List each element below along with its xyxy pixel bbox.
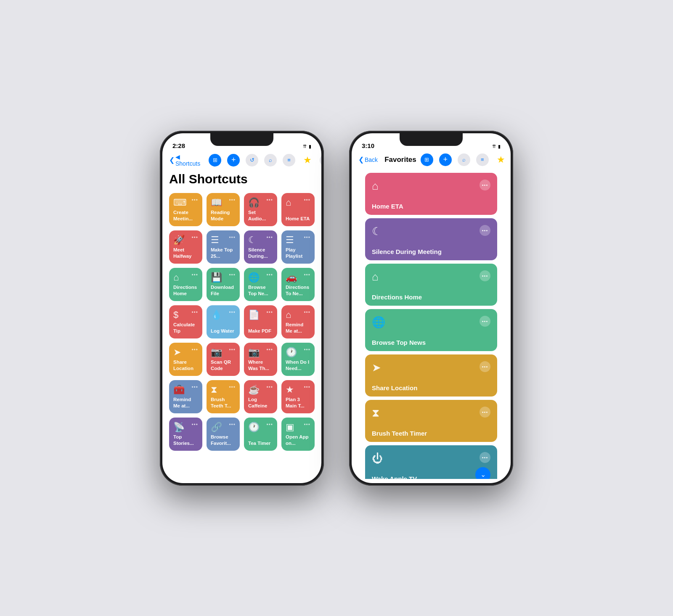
tile-label-6: Silence During... [248, 247, 273, 259]
tile-dots-24[interactable]: ••• [191, 422, 198, 428]
fav-icon-5: ⧗ [372, 407, 379, 420]
layers-icon-right[interactable]: ⊞ [421, 153, 433, 166]
shortcut-tile-1[interactable]: 📖 ••• Reading Mode [207, 193, 240, 226]
shortcut-tile-4[interactable]: 🚀 ••• Meet Halfway [169, 230, 202, 264]
tile-icon-23: ★ [286, 384, 294, 395]
tile-dots-6[interactable]: ••• [266, 235, 273, 241]
tile-dots-4[interactable]: ••• [191, 235, 198, 241]
fav-item-0[interactable]: ⌂ ••• Home ETA [365, 173, 497, 215]
filter-icon-right[interactable]: ≡ [476, 153, 489, 166]
tile-dots-3[interactable]: ••• [304, 197, 310, 203]
tile-dots-23[interactable]: ••• [304, 384, 310, 390]
shortcut-tile-5[interactable]: ☰ ••• Make Top 25... [207, 230, 240, 264]
fav-dots-6[interactable]: ••• [480, 452, 490, 463]
fav-dots-3[interactable]: ••• [480, 316, 490, 327]
shortcut-tile-8[interactable]: ⌂ ••• Directions Home [169, 268, 202, 301]
fav-icon-0: ⌂ [372, 180, 379, 193]
shortcut-tile-10[interactable]: 🌐 ••• Browse Top Ne... [244, 268, 277, 301]
tile-icon-13: 💧 [211, 309, 222, 320]
tile-dots-14[interactable]: ••• [266, 309, 273, 315]
shortcut-tile-18[interactable]: 📷 ••• Where Was Th... [244, 343, 277, 376]
scroll-down-button[interactable]: ⌄ [475, 467, 490, 479]
tile-dots-5[interactable]: ••• [229, 235, 236, 241]
tile-dots-16[interactable]: ••• [191, 347, 198, 353]
search-icon[interactable]: ⌕ [264, 154, 277, 167]
tile-dots-17[interactable]: ••• [229, 347, 236, 353]
fav-dots-0[interactable]: ••• [480, 180, 490, 190]
tile-dots-7[interactable]: ••• [304, 235, 310, 241]
battery-icon: ▮ [309, 144, 311, 149]
tile-dots-13[interactable]: ••• [229, 309, 236, 315]
fav-dots-2[interactable]: ••• [480, 270, 490, 281]
tile-label-8: Directions Home [173, 284, 198, 297]
shortcut-tile-22[interactable]: ☕ ••• Log Caffeine [244, 380, 277, 413]
tile-icon-26: 🕐 [248, 422, 260, 433]
tile-label-13: Log Water [211, 328, 236, 334]
fav-dots-5[interactable]: ••• [480, 407, 490, 418]
tile-dots-27[interactable]: ••• [304, 422, 310, 428]
fav-item-3[interactable]: 🌐 ••• Browse Top News [365, 309, 497, 351]
shortcut-tile-14[interactable]: 📄 ••• Make PDF [244, 305, 277, 338]
fav-item-4[interactable]: ➤ ••• Share Location [365, 354, 497, 397]
tile-dots-1[interactable]: ••• [229, 197, 236, 203]
tile-dots-25[interactable]: ••• [229, 422, 236, 428]
shortcut-tile-17[interactable]: 📷 ••• Scan QR Code [207, 343, 240, 376]
refresh-icon[interactable]: ↺ [246, 154, 258, 167]
shortcut-tile-11[interactable]: 🚗 ••• Directions To Ne... [281, 268, 315, 301]
tile-dots-18[interactable]: ••• [266, 347, 273, 353]
tile-icon-20: 🧰 [173, 384, 185, 395]
tile-label-16: Share Location [173, 359, 198, 372]
shortcut-tile-26[interactable]: 🕐 ••• Tea Timer [244, 418, 277, 451]
back-button-right[interactable]: ❮ Back [358, 156, 378, 164]
shortcut-tile-12[interactable]: $ ••• Calculate Tip [169, 305, 202, 338]
tile-dots-20[interactable]: ••• [191, 384, 198, 390]
tile-icon-3: ⌂ [286, 197, 291, 208]
shortcut-tile-2[interactable]: 🎧 ••• Set Audio... [244, 193, 277, 226]
shortcut-tile-13[interactable]: 💧 ••• Log Water [207, 305, 240, 338]
fav-item-5[interactable]: ⧗ ••• Brush Teeth Timer [365, 400, 497, 442]
more-icon[interactable]: ••• [320, 154, 321, 167]
tile-dots-12[interactable]: ••• [191, 309, 198, 315]
search-icon-right[interactable]: ⌕ [458, 153, 470, 166]
add-fav-button[interactable]: + [439, 153, 452, 166]
filter-icon[interactable]: ≡ [283, 154, 295, 167]
fav-dots-1[interactable]: ••• [480, 225, 490, 236]
layers-icon[interactable]: ⊞ [209, 154, 221, 167]
shortcut-tile-9[interactable]: 💾 ••• Download File [207, 268, 240, 301]
tile-dots-15[interactable]: ••• [304, 309, 310, 315]
shortcut-tile-19[interactable]: 🕐 ••• When Do I Need... [281, 343, 315, 376]
tile-dots-9[interactable]: ••• [229, 272, 236, 278]
shortcut-tile-15[interactable]: ⌂ ••• Remind Me at... [281, 305, 315, 338]
wifi-icon-right: ⇈ [492, 144, 496, 149]
tile-dots-2[interactable]: ••• [266, 197, 273, 203]
fav-dots-4[interactable]: ••• [480, 361, 490, 372]
tile-label-24: Top Stories... [173, 434, 198, 447]
tile-dots-22[interactable]: ••• [266, 384, 273, 390]
tile-dots-10[interactable]: ••• [266, 272, 273, 278]
fav-item-2[interactable]: ⌂ ••• Directions Home [365, 264, 497, 306]
tile-dots-19[interactable]: ••• [304, 347, 310, 353]
shortcut-tile-27[interactable]: ▣ ••• Open App on... [281, 418, 315, 451]
shortcut-tile-25[interactable]: 🔗 ••• Browse Favorit... [207, 418, 240, 451]
shortcut-tile-0[interactable]: ⌨ ••• Create Meetin... [169, 193, 202, 226]
fav-item-1[interactable]: ☾ ••• Silence During Meeting [365, 218, 497, 260]
back-shortcuts[interactable]: ❮ ◀ Shortcuts [169, 153, 200, 167]
tile-dots-8[interactable]: ••• [191, 272, 198, 278]
tile-dots-11[interactable]: ••• [304, 272, 310, 278]
tile-dots-0[interactable]: ••• [191, 197, 198, 203]
add-shortcut-button[interactable]: + [227, 154, 240, 167]
star-icon[interactable]: ★ [301, 154, 314, 167]
shortcut-tile-3[interactable]: ⌂ ••• Home ETA [281, 193, 315, 226]
shortcut-tile-20[interactable]: 🧰 ••• Remind Me at... [169, 380, 202, 413]
tile-dots-21[interactable]: ••• [229, 384, 236, 390]
shortcut-tile-24[interactable]: 📡 ••• Top Stories... [169, 418, 202, 451]
shortcut-tile-6[interactable]: ☾ ••• Silence During... [244, 230, 277, 264]
shortcut-tile-23[interactable]: ★ ••• Plan 3 Main T... [281, 380, 315, 413]
shortcut-tile-21[interactable]: ⧗ ••• Brush Teeth T... [207, 380, 240, 413]
shortcut-tile-16[interactable]: ➤ ••• Share Location [169, 343, 202, 376]
fav-item-6[interactable]: ⏻ ••• Wake Apple TV ⌄ [365, 445, 497, 479]
shortcut-tile-7[interactable]: ☰ ••• Play Playlist [281, 230, 315, 264]
tile-dots-26[interactable]: ••• [266, 422, 273, 428]
star-icon-right[interactable]: ★ [495, 153, 507, 166]
nav-bar-left: ❮ ◀ Shortcuts ⊞ + ↺ ⌕ ≡ ★ ••• [162, 152, 321, 170]
